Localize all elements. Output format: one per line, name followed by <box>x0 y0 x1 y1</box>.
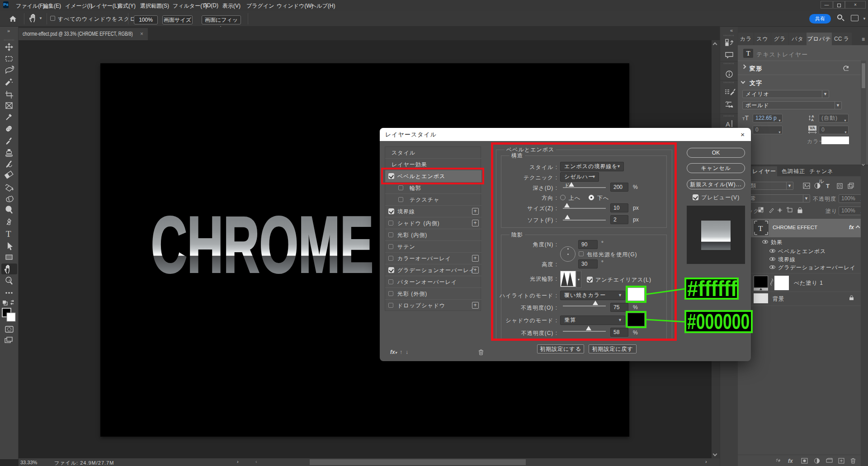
svg-text:A: A <box>726 120 730 128</box>
svg-text:T: T <box>826 183 830 189</box>
svg-text:CHROME: CHROME <box>151 200 373 289</box>
svg-text:T: T <box>758 224 763 233</box>
svg-text:A: A <box>811 118 814 122</box>
svg-text:T: T <box>6 229 11 239</box>
svg-text:fx: fx <box>788 458 793 464</box>
